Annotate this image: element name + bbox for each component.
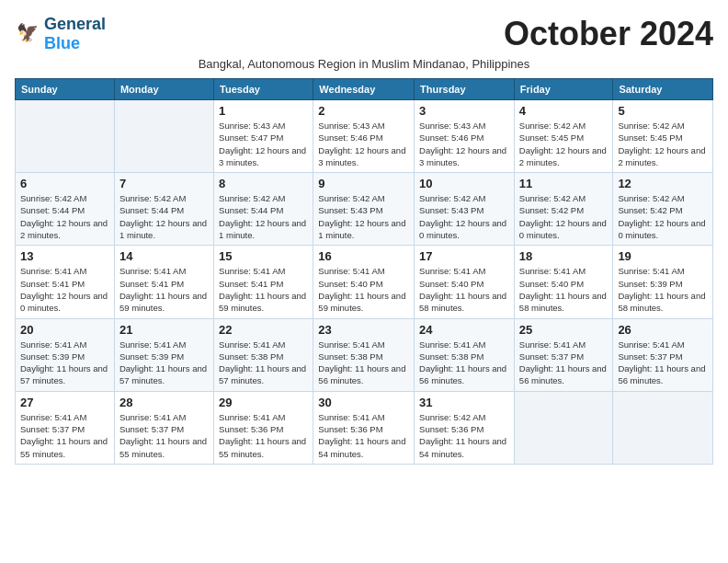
day-number: 27 <box>20 396 109 409</box>
week-row-4: 20Sunrise: 5:41 AMSunset: 5:39 PMDayligh… <box>16 318 713 391</box>
calendar-cell: 19Sunrise: 5:41 AMSunset: 5:39 PMDayligh… <box>613 246 713 318</box>
calendar-cell: 20Sunrise: 5:41 AMSunset: 5:39 PMDayligh… <box>16 318 115 391</box>
calendar-cell: 4Sunrise: 5:42 AMSunset: 5:45 PMDaylight… <box>514 100 613 173</box>
calendar-cell: 5Sunrise: 5:42 AMSunset: 5:45 PMDaylight… <box>613 100 713 173</box>
day-number: 13 <box>20 249 109 263</box>
month-title: October 2024 <box>504 15 713 53</box>
day-info: Sunrise: 5:41 AMSunset: 5:36 PMDaylight:… <box>318 411 409 460</box>
calendar-cell: 21Sunrise: 5:41 AMSunset: 5:39 PMDayligh… <box>114 318 213 391</box>
calendar-cell: 25Sunrise: 5:41 AMSunset: 5:37 PMDayligh… <box>514 318 613 391</box>
day-number: 10 <box>419 177 509 190</box>
day-info: Sunrise: 5:42 AMSunset: 5:44 PMDaylight:… <box>219 192 308 241</box>
day-number: 14 <box>119 249 209 263</box>
day-number: 1 <box>219 104 308 118</box>
day-number: 9 <box>318 177 409 190</box>
day-info: Sunrise: 5:41 AMSunset: 5:40 PMDaylight:… <box>519 265 609 314</box>
calendar-cell: 18Sunrise: 5:41 AMSunset: 5:40 PMDayligh… <box>514 246 613 318</box>
logo-blue-text: Blue <box>44 34 80 52</box>
day-header-friday: Friday <box>514 79 613 100</box>
day-number: 24 <box>419 323 509 337</box>
day-number: 4 <box>519 104 609 118</box>
day-info: Sunrise: 5:41 AMSunset: 5:38 PMDaylight:… <box>419 339 509 387</box>
day-number: 22 <box>219 323 308 337</box>
day-header-tuesday: Tuesday <box>214 79 313 100</box>
subtitle: Bangkal, Autonomous Region in Muslim Min… <box>15 57 713 71</box>
day-info: Sunrise: 5:41 AMSunset: 5:41 PMDaylight:… <box>20 265 109 314</box>
day-number: 7 <box>119 177 209 190</box>
day-info: Sunrise: 5:41 AMSunset: 5:40 PMDaylight:… <box>419 265 509 314</box>
day-info: Sunrise: 5:41 AMSunset: 5:41 PMDaylight:… <box>219 265 308 314</box>
day-info: Sunrise: 5:41 AMSunset: 5:40 PMDaylight:… <box>318 265 409 314</box>
day-info: Sunrise: 5:42 AMSunset: 5:36 PMDaylight:… <box>419 411 509 460</box>
calendar-cell: 12Sunrise: 5:42 AMSunset: 5:42 PMDayligh… <box>613 173 713 246</box>
day-info: Sunrise: 5:42 AMSunset: 5:42 PMDaylight:… <box>618 192 708 241</box>
day-number: 5 <box>618 104 708 118</box>
calendar-cell: 7Sunrise: 5:42 AMSunset: 5:44 PMDaylight… <box>114 173 213 246</box>
day-number: 21 <box>119 323 209 337</box>
calendar-cell: 17Sunrise: 5:41 AMSunset: 5:40 PMDayligh… <box>415 246 515 318</box>
day-info: Sunrise: 5:42 AMSunset: 5:43 PMDaylight:… <box>419 192 509 241</box>
day-info: Sunrise: 5:41 AMSunset: 5:37 PMDaylight:… <box>618 339 708 387</box>
week-row-5: 27Sunrise: 5:41 AMSunset: 5:37 PMDayligh… <box>16 391 713 464</box>
calendar-cell: 31Sunrise: 5:42 AMSunset: 5:36 PMDayligh… <box>415 391 515 464</box>
calendar-cell: 27Sunrise: 5:41 AMSunset: 5:37 PMDayligh… <box>16 391 115 464</box>
calendar-cell <box>114 100 213 173</box>
day-info: Sunrise: 5:41 AMSunset: 5:37 PMDaylight:… <box>119 411 209 460</box>
calendar-cell: 11Sunrise: 5:42 AMSunset: 5:42 PMDayligh… <box>514 173 613 246</box>
calendar-cell <box>16 100 115 173</box>
calendar-cell: 30Sunrise: 5:41 AMSunset: 5:36 PMDayligh… <box>313 391 415 464</box>
day-info: Sunrise: 5:42 AMSunset: 5:44 PMDaylight:… <box>119 192 209 241</box>
calendar-cell: 1Sunrise: 5:43 AMSunset: 5:47 PMDaylight… <box>214 100 313 173</box>
day-info: Sunrise: 5:41 AMSunset: 5:39 PMDaylight:… <box>119 339 209 387</box>
day-number: 31 <box>419 396 509 409</box>
calendar-cell: 15Sunrise: 5:41 AMSunset: 5:41 PMDayligh… <box>214 246 313 318</box>
calendar-cell: 24Sunrise: 5:41 AMSunset: 5:38 PMDayligh… <box>415 318 515 391</box>
logo-general-text: General <box>44 15 106 33</box>
calendar-table: SundayMondayTuesdayWednesdayThursdayFrid… <box>15 78 713 465</box>
day-info: Sunrise: 5:41 AMSunset: 5:39 PMDaylight:… <box>20 339 109 387</box>
day-info: Sunrise: 5:41 AMSunset: 5:37 PMDaylight:… <box>20 411 109 460</box>
day-info: Sunrise: 5:41 AMSunset: 5:37 PMDaylight:… <box>519 339 609 387</box>
day-number: 19 <box>618 249 708 263</box>
day-header-sunday: Sunday <box>16 79 115 100</box>
day-number: 17 <box>419 249 509 263</box>
day-number: 29 <box>219 396 308 409</box>
logo-icon: 🦅 <box>17 23 44 45</box>
day-number: 16 <box>318 249 409 263</box>
day-info: Sunrise: 5:42 AMSunset: 5:42 PMDaylight:… <box>519 192 609 241</box>
week-row-1: 1Sunrise: 5:43 AMSunset: 5:47 PMDaylight… <box>16 100 713 173</box>
day-header-thursday: Thursday <box>415 79 515 100</box>
day-info: Sunrise: 5:43 AMSunset: 5:46 PMDaylight:… <box>318 120 409 168</box>
day-number: 12 <box>618 177 708 190</box>
calendar-cell: 26Sunrise: 5:41 AMSunset: 5:37 PMDayligh… <box>613 318 713 391</box>
day-info: Sunrise: 5:41 AMSunset: 5:38 PMDaylight:… <box>219 339 308 387</box>
header-row: SundayMondayTuesdayWednesdayThursdayFrid… <box>16 79 713 100</box>
day-info: Sunrise: 5:42 AMSunset: 5:45 PMDaylight:… <box>618 120 708 168</box>
logo: 🦅 General Blue <box>15 15 106 53</box>
day-number: 26 <box>618 323 708 337</box>
calendar-cell: 9Sunrise: 5:42 AMSunset: 5:43 PMDaylight… <box>313 173 415 246</box>
day-number: 15 <box>219 249 308 263</box>
week-row-2: 6Sunrise: 5:42 AMSunset: 5:44 PMDaylight… <box>16 173 713 246</box>
day-header-wednesday: Wednesday <box>313 79 415 100</box>
day-info: Sunrise: 5:43 AMSunset: 5:46 PMDaylight:… <box>419 120 509 168</box>
calendar-cell: 29Sunrise: 5:41 AMSunset: 5:36 PMDayligh… <box>214 391 313 464</box>
day-number: 11 <box>519 177 609 190</box>
day-info: Sunrise: 5:41 AMSunset: 5:41 PMDaylight:… <box>119 265 209 314</box>
calendar-cell: 28Sunrise: 5:41 AMSunset: 5:37 PMDayligh… <box>114 391 213 464</box>
calendar-cell: 13Sunrise: 5:41 AMSunset: 5:41 PMDayligh… <box>16 246 115 318</box>
day-info: Sunrise: 5:42 AMSunset: 5:44 PMDaylight:… <box>20 192 109 241</box>
svg-text:🦅: 🦅 <box>17 23 40 43</box>
week-row-3: 13Sunrise: 5:41 AMSunset: 5:41 PMDayligh… <box>16 246 713 318</box>
day-info: Sunrise: 5:42 AMSunset: 5:45 PMDaylight:… <box>519 120 609 168</box>
header: 🦅 General Blue October 2024 <box>15 15 713 53</box>
calendar-cell: 14Sunrise: 5:41 AMSunset: 5:41 PMDayligh… <box>114 246 213 318</box>
day-number: 20 <box>20 323 109 337</box>
day-number: 18 <box>519 249 609 263</box>
calendar-cell: 22Sunrise: 5:41 AMSunset: 5:38 PMDayligh… <box>214 318 313 391</box>
calendar-cell <box>514 391 613 464</box>
day-number: 23 <box>318 323 409 337</box>
calendar-cell: 3Sunrise: 5:43 AMSunset: 5:46 PMDaylight… <box>415 100 515 173</box>
day-number: 6 <box>20 177 109 190</box>
calendar-cell: 2Sunrise: 5:43 AMSunset: 5:46 PMDaylight… <box>313 100 415 173</box>
